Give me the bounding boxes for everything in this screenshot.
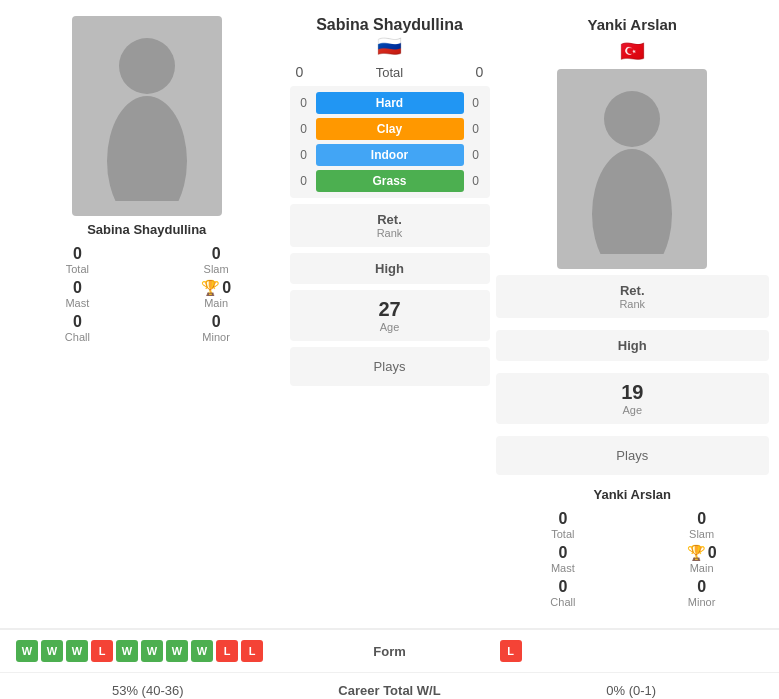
p2-slam-value: 0 (697, 510, 706, 528)
form-badge-p1: W (116, 640, 138, 662)
hard-p1: 0 (296, 96, 312, 110)
career-wl-label: Career Total W/L (280, 683, 500, 698)
p2-plays-label: Plays (504, 448, 762, 463)
center-age-label: Age (298, 321, 482, 333)
player2-photo (557, 69, 707, 269)
p2-chall-label: Chall (550, 596, 575, 608)
indoor-badge: Indoor (316, 144, 464, 166)
player2-name-below: Yanki Arslan (593, 487, 671, 502)
p1-form-badges: WWWLWWWWLL (16, 640, 280, 662)
form-badge-p1: L (216, 640, 238, 662)
form-badge-p1: L (91, 640, 113, 662)
p2-minor-label: Minor (688, 596, 716, 608)
center-rank-label: Rank (298, 227, 482, 239)
p1-chall-stat: 0 Chall (10, 313, 145, 343)
p2-rank-value: Ret. (504, 283, 762, 298)
p2-mast-label: Mast (551, 562, 575, 574)
p1-total-stat: 0 Total (10, 245, 145, 275)
player1-center-name: Sabina Shaydullina (290, 16, 490, 34)
p2-total-label: Total (551, 528, 574, 540)
total-p1-score: 0 (290, 64, 310, 80)
clay-p2: 0 (468, 122, 484, 136)
form-badge-p2: L (500, 640, 522, 662)
p1-slam-stat: 0 Slam (149, 245, 284, 275)
p1-chall-value: 0 (73, 313, 82, 331)
p1-slam-value: 0 (212, 245, 221, 263)
player2-name-above: Yanki Arslan (588, 16, 678, 33)
p1-career-wl: 53% (40-36) (16, 683, 280, 698)
player1-photo (72, 16, 222, 216)
p2-main-stat: 🏆 0 Main (634, 544, 769, 574)
career-wl-row: 53% (40-36) Career Total W/L 0% (0-1) (0, 673, 779, 699)
p2-form-badges: L (500, 640, 764, 662)
player1-header: Sabina Shaydullina 🇷🇺 (290, 16, 490, 58)
center-rank-value: Ret. (298, 212, 482, 227)
p2-main-label: Main (690, 562, 714, 574)
p2-career-wl: 0% (0-1) (500, 683, 764, 698)
p2-minor-stat: 0 Minor (634, 578, 769, 608)
p1-total-value: 0 (73, 245, 82, 263)
indoor-p2: 0 (468, 148, 484, 162)
svg-point-2 (604, 91, 660, 147)
p2-total-stat: 0 Total (496, 510, 631, 540)
p2-plays-section: Plays (496, 436, 770, 475)
indoor-p1: 0 (296, 148, 312, 162)
form-badge-p1: W (66, 640, 88, 662)
p2-total-value: 0 (558, 510, 567, 528)
p1-total-label: Total (66, 263, 89, 275)
bottom-section: WWWLWWWWLL Form L 53% (40-36) Career Tot… (0, 628, 779, 699)
center-age-value: 27 (298, 298, 482, 321)
p2-mast-stat: 0 Mast (496, 544, 631, 574)
form-badge-p1: L (241, 640, 263, 662)
grass-badge: Grass (316, 170, 464, 192)
p2-slam-label: Slam (689, 528, 714, 540)
form-row: WWWLWWWWLL Form L (0, 630, 779, 673)
svg-point-1 (107, 96, 187, 201)
p1-minor-label: Minor (202, 331, 230, 343)
p2-slam-stat: 0 Slam (634, 510, 769, 540)
right-player-panel: Yanki Arslan 🇹🇷 Ret. Rank High 19 (496, 16, 770, 608)
main-container: Sabina Shaydullina 0 Total 0 Slam 0 (0, 0, 779, 699)
form-badge-p1: W (166, 640, 188, 662)
p1-main-value: 0 (222, 279, 231, 297)
clay-p1: 0 (296, 122, 312, 136)
hard-row: 0 Hard 0 (296, 92, 484, 114)
grass-row: 0 Grass 0 (296, 170, 484, 192)
player2-stats: 0 Total 0 Slam 0 Mast 🏆 0 (496, 510, 770, 608)
form-badge-p1: W (141, 640, 163, 662)
p1-mast-stat: 0 Mast (10, 279, 145, 309)
form-badge-p1: W (41, 640, 63, 662)
p2-mast-value: 0 (558, 544, 567, 562)
p1-minor-stat: 0 Minor (149, 313, 284, 343)
p1-slam-label: Slam (204, 263, 229, 275)
p2-chall-stat: 0 Chall (496, 578, 631, 608)
p1-mast-value: 0 (73, 279, 82, 297)
p2-minor-value: 0 (697, 578, 706, 596)
center-plays-section: Plays (290, 347, 490, 386)
hard-badge: Hard (316, 92, 464, 114)
total-center-label: Total (314, 65, 466, 80)
player2-flag: 🇹🇷 (620, 39, 645, 63)
p1-mast-label: Mast (65, 297, 89, 309)
svg-point-0 (119, 38, 175, 94)
p2-age-label: Age (504, 404, 762, 416)
p1-main-label: Main (204, 297, 228, 309)
center-rank-section: Ret. Rank (290, 204, 490, 247)
player1-flag: 🇷🇺 (290, 34, 490, 58)
total-row: 0 Total 0 (290, 64, 490, 80)
p1-chall-label: Chall (65, 331, 90, 343)
p1-main-stat: 🏆 0 Main (149, 279, 284, 309)
trophy1-icon: 🏆 (201, 279, 220, 297)
p2-high-value: High (504, 338, 762, 353)
center-high-value: High (298, 261, 482, 276)
form-badge-p1: W (16, 640, 38, 662)
svg-point-3 (592, 149, 672, 254)
center-col: Sabina Shaydullina 🇷🇺 0 Total 0 0 Hard 0… (290, 16, 490, 608)
player1-name: Sabina Shaydullina (87, 222, 206, 237)
p2-rank-section: Ret. Rank (496, 275, 770, 318)
indoor-row: 0 Indoor 0 (296, 144, 484, 166)
p1-minor-value: 0 (212, 313, 221, 331)
grass-p2: 0 (468, 174, 484, 188)
form-badge-p1: W (191, 640, 213, 662)
p2-chall-value: 0 (558, 578, 567, 596)
